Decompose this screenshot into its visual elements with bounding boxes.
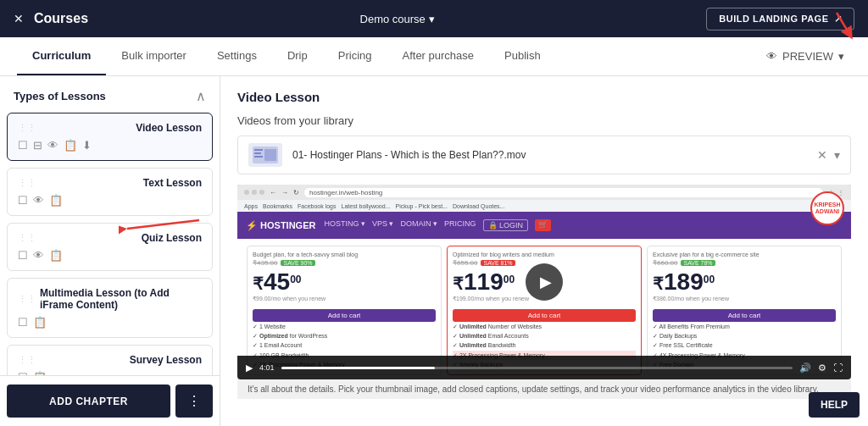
preview-chevron-icon: ▾ [838, 50, 844, 63]
sidebar-header: Types of Lessons ∧ [0, 76, 220, 113]
remove-video-button[interactable]: ✕ [817, 148, 827, 162]
card1-save-badge: SAVE 90% [281, 260, 314, 266]
browser-dot-1 [244, 190, 249, 195]
lesson-card-quiz[interactable]: ⋮⋮ Quiz Lesson ☐ 👁 📋 [7, 223, 213, 271]
lesson-text-icons: ☐ 👁 📋 [18, 194, 202, 207]
video-progress-bar[interactable] [281, 367, 793, 369]
hostinger-logo: ⚡ HOSTINGER [246, 220, 315, 231]
lesson-multimedia-icons: ☐ 📋 [18, 316, 202, 329]
play-button[interactable]: ▶ [526, 263, 563, 301]
arrow-icon: ↗ [834, 14, 843, 25]
tab-bulk-importer[interactable]: Bulk importer [106, 37, 202, 75]
tab-settings[interactable]: Settings [202, 37, 272, 75]
video-thumbnail [248, 143, 282, 167]
volume-icon[interactable]: 🔊 [799, 362, 811, 373]
top-bar: ✕ Courses Demo course ▾ BUILD LANDING PA… [0, 0, 868, 37]
sidebar-bottom: ADD CHAPTER ⋮ [0, 375, 220, 426]
video-info-bar: It's all about the details. Pick your th… [237, 379, 851, 399]
kripesh-text: KRIPESH ADWANI [812, 202, 843, 216]
tab-drip[interactable]: Drip [272, 37, 323, 75]
settings-icon[interactable]: ⚙ [818, 362, 826, 373]
nav-login: 🔒 LOGIN [483, 219, 529, 231]
lesson-name-quiz: Quiz Lesson [142, 232, 202, 244]
fullscreen-icon[interactable]: ⛶ [833, 362, 843, 373]
browser-refresh: ↻ [293, 189, 299, 196]
eye-icon-video[interactable]: 👁 [47, 139, 58, 152]
content-area: Video Lesson Videos from your library 01… [220, 76, 868, 426]
preview-button[interactable]: 👁 PREVIEW ▾ [760, 47, 851, 66]
eye-icon: 👁 [766, 50, 777, 63]
browser-bar: ← → ↻ hostinger.in/web-hosting ☆⋮ [237, 185, 851, 200]
card3-label: Exclusive plan for a big e-commerce site [653, 252, 836, 257]
copy-icon-text[interactable]: 📋 [49, 194, 63, 207]
video-controls-bar: ▶ 4:01 🔊 ⚙ ⛶ [237, 356, 851, 379]
browser-nav-back: ← [270, 189, 276, 196]
card1-add-cart[interactable]: Add to cart [253, 309, 436, 322]
build-landing-button[interactable]: BUILD LANDING PAGE ↗ [706, 8, 854, 30]
tab-bar: Curriculum Bulk importer Settings Drip P… [0, 37, 868, 76]
toggle-icon[interactable]: ⊟ [33, 139, 42, 152]
card3-add-cart[interactable]: Add to cart [653, 309, 836, 322]
copy-icon-multimedia[interactable]: 📋 [33, 316, 47, 329]
video-preview-container: ← → ↻ hostinger.in/web-hosting ☆⋮ AppsBo… [237, 185, 851, 379]
checkbox-icon[interactable]: ☐ [18, 139, 28, 152]
card2-label: Optimized for blog writers and medium [453, 252, 636, 257]
expand-video-icon[interactable]: ▾ [834, 148, 840, 162]
lesson-video-icons: ☐ ⊟ 👁 📋 ⬇ [18, 139, 202, 152]
nav-vps: VPS ▾ [372, 219, 394, 231]
checkbox-icon-text[interactable]: ☐ [18, 194, 28, 207]
checkbox-icon-multimedia[interactable]: ☐ [18, 316, 28, 329]
course-selector[interactable]: Demo course ▾ [360, 13, 435, 25]
video-progress-fill [281, 367, 435, 369]
lesson-card-text[interactable]: ⋮⋮ Text Lesson ☐ 👁 📋 [7, 168, 213, 216]
play-pause-button[interactable]: ▶ [246, 362, 253, 373]
card2-save-badge: SAVE 81% [481, 260, 515, 266]
svg-rect-6 [264, 149, 276, 161]
lesson-card-quiz-header: ⋮⋮ Quiz Lesson [18, 232, 202, 244]
browser-dot-3 [259, 190, 264, 195]
checkbox-icon-quiz[interactable]: ☐ [18, 249, 28, 262]
tab-after-purchase[interactable]: After purchase [387, 37, 490, 75]
drag-handle-icon: ⋮⋮ [18, 123, 36, 134]
add-chapter-button[interactable]: ADD CHAPTER [7, 385, 170, 418]
copy-icon-video[interactable]: 📋 [64, 139, 77, 152]
eye-icon-quiz[interactable]: 👁 [33, 249, 44, 262]
card3-renew: ₹386.00/mo when you renew [653, 296, 836, 302]
video-file-name: 01- Hostinger Plans - Which is the Best … [292, 149, 817, 161]
svg-rect-5 [254, 156, 263, 158]
card2-add-cart[interactable]: Add to cart [453, 309, 636, 322]
copy-icon-quiz[interactable]: 📋 [49, 249, 63, 262]
close-icon[interactable]: ✕ [14, 12, 24, 25]
more-options-button[interactable]: ⋮ [175, 385, 213, 418]
demo-course-button[interactable]: Demo course ▾ [360, 13, 435, 25]
lesson-name-survey: Survey Lesson [130, 354, 202, 366]
card3-price-row: ₹660.00 SAVE 78% [653, 259, 836, 267]
tab-publish[interactable]: Publish [489, 37, 556, 75]
card3-price: ₹18900 [653, 268, 836, 296]
help-button[interactable]: HELP [809, 392, 860, 418]
video-file-row: 01- Hostinger Plans - Which is the Best … [237, 136, 851, 174]
sidebar: Types of Lessons ∧ ⋮⋮ Video Lesson ☐ ⊟ 👁… [0, 76, 220, 426]
drag-handle-icon-survey: ⋮⋮ [18, 355, 36, 366]
collapse-icon[interactable]: ∧ [196, 88, 206, 104]
main-layout: Types of Lessons ∧ ⋮⋮ Video Lesson ☐ ⊟ 👁… [0, 76, 868, 426]
bookmarks-bar: AppsBookmarksFacebook logsLatest bollywo… [237, 200, 851, 212]
card3-original-price: ₹660.00 [653, 259, 677, 267]
app-title: Courses [34, 11, 88, 26]
chevron-down-icon: ▾ [429, 13, 435, 25]
lesson-card-multimedia[interactable]: ⋮⋮ Multimedia Lesson (to Add iFrame Cont… [7, 278, 213, 338]
tab-curriculum[interactable]: Curriculum [17, 37, 106, 75]
lesson-name-multimedia: Multimedia Lesson (to Add iFrame Content… [40, 287, 202, 311]
svg-rect-4 [254, 152, 261, 154]
lesson-card-survey[interactable]: ⋮⋮ Survey Lesson ☐ 📋 [7, 345, 213, 375]
drag-handle-icon-text: ⋮⋮ [18, 178, 36, 189]
eye-icon-text[interactable]: 👁 [33, 194, 44, 207]
tab-pricing[interactable]: Pricing [323, 37, 387, 75]
video-preview: ← → ↻ hostinger.in/web-hosting ☆⋮ AppsBo… [237, 185, 851, 379]
card1-renew: ₹99.00/mo when you renew [253, 296, 436, 302]
download-icon-video[interactable]: ⬇ [82, 139, 92, 152]
preview-label: PREVIEW [782, 50, 833, 63]
lesson-card-video[interactable]: ⋮⋮ Video Lesson ☐ ⊟ 👁 📋 ⬇ [7, 113, 213, 161]
card2-original-price: ₹655.00 [453, 259, 477, 267]
video-file-actions: ✕ ▾ [817, 148, 840, 162]
